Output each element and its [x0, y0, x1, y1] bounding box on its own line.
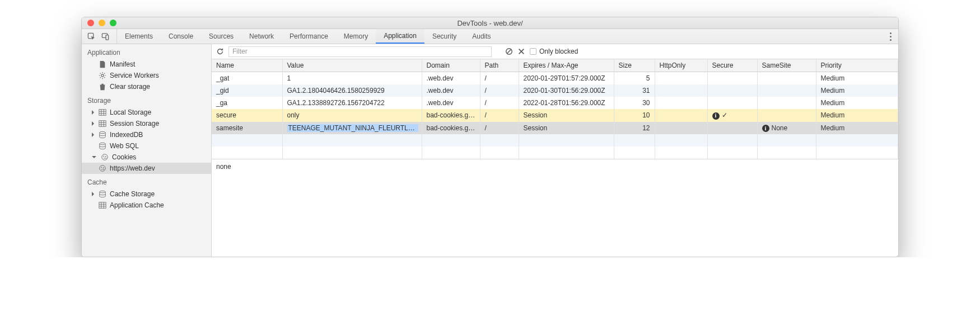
table-cell[interactable]: Session: [519, 109, 614, 122]
table-cell[interactable]: [707, 84, 757, 97]
table-row[interactable]: _gaGA1.2.1338892726.1567204722.web.dev/2…: [212, 97, 898, 109]
table-cell[interactable]: 30: [614, 97, 655, 109]
col-expires[interactable]: Expires / Max-Age: [519, 59, 614, 72]
table-cell[interactable]: 5: [614, 72, 655, 85]
table-cell[interactable]: secure: [212, 109, 282, 122]
table-cell[interactable]: iNone: [757, 122, 816, 135]
cookies-table[interactable]: Name Value Domain Path Expires / Max-Age…: [212, 59, 898, 159]
tab-network[interactable]: Network: [241, 29, 282, 44]
tab-memory[interactable]: Memory: [336, 29, 376, 44]
tab-audits[interactable]: Audits: [464, 29, 498, 44]
col-value[interactable]: Value: [282, 59, 422, 72]
tab-elements[interactable]: Elements: [117, 29, 161, 44]
table-cell[interactable]: bad-cookies.g…: [422, 122, 480, 135]
table-cell[interactable]: [655, 84, 707, 97]
col-path[interactable]: Path: [480, 59, 519, 72]
table-cell[interactable]: samesite: [212, 122, 282, 135]
table-cell[interactable]: /: [480, 72, 519, 85]
table-cell[interactable]: GA1.2.1804046426.1580259929: [282, 84, 422, 97]
svg-point-13: [100, 166, 106, 172]
table-cell[interactable]: bad-cookies.g…: [422, 109, 480, 122]
tab-application[interactable]: Application: [376, 29, 424, 44]
table-cell[interactable]: Medium: [816, 109, 898, 122]
device-toolbar-icon[interactable]: [101, 32, 110, 41]
col-httponly[interactable]: HttpOnly: [655, 59, 707, 72]
table-cell[interactable]: .web.dev: [422, 97, 480, 109]
only-blocked-checkbox[interactable]: [530, 48, 536, 55]
table-cell[interactable]: [655, 97, 707, 109]
table-cell[interactable]: [655, 122, 707, 135]
table-cell[interactable]: [707, 72, 757, 85]
table-cell[interactable]: _gid: [212, 84, 282, 97]
col-samesite[interactable]: SameSite: [757, 59, 816, 72]
table-cell[interactable]: [757, 97, 816, 109]
more-icon[interactable]: [888, 29, 894, 44]
tab-console[interactable]: Console: [161, 29, 201, 44]
table-cell[interactable]: /: [480, 97, 519, 109]
table-cell[interactable]: 2020-01-30T01:56:29.000Z: [519, 84, 614, 97]
table-cell[interactable]: _ga: [212, 97, 282, 109]
table-cell[interactable]: .web.dev: [422, 72, 480, 85]
sidebar-item-local-storage[interactable]: Local Storage: [82, 107, 211, 118]
table-cell[interactable]: 1: [282, 72, 422, 85]
table-cell[interactable]: Medium: [816, 72, 898, 85]
table-cell[interactable]: GA1.2.1338892726.1567204722: [282, 97, 422, 109]
col-domain[interactable]: Domain: [422, 59, 480, 72]
table-row[interactable]: _gat1.web.dev/2020-01-29T01:57:29.000Z5M…: [212, 72, 898, 85]
table-cell[interactable]: 31: [614, 84, 655, 97]
table-cell[interactable]: [757, 109, 816, 122]
sidebar-item-websql[interactable]: Web SQL: [82, 140, 211, 152]
table-cell[interactable]: /: [480, 84, 519, 97]
table-cell[interactable]: 10: [614, 109, 655, 122]
sidebar-item-indexeddb[interactable]: IndexedDB: [82, 129, 211, 140]
sidebar-item-cache-storage[interactable]: Cache Storage: [82, 188, 211, 200]
close-button[interactable]: [87, 20, 94, 26]
col-size[interactable]: Size: [614, 59, 655, 72]
table-cell[interactable]: [707, 122, 757, 135]
sidebar-item-cookies[interactable]: Cookies: [82, 152, 211, 163]
delete-icon[interactable]: [517, 48, 525, 55]
table-cell[interactable]: i✓: [707, 109, 757, 122]
table-header-row[interactable]: Name Value Domain Path Expires / Max-Age…: [212, 59, 898, 72]
table-cell[interactable]: /: [480, 122, 519, 135]
table-cell[interactable]: _gat: [212, 72, 282, 85]
tab-performance[interactable]: Performance: [282, 29, 336, 44]
zoom-button[interactable]: [110, 20, 116, 26]
filter-input[interactable]: [228, 46, 492, 57]
tab-sources[interactable]: Sources: [201, 29, 241, 44]
table-cell[interactable]: Medium: [816, 122, 898, 135]
col-secure[interactable]: Secure: [707, 59, 757, 72]
table-row[interactable]: samesiteTEENAGE_MUTANT_NINJA_FLEURTLESba…: [212, 122, 898, 135]
tab-security[interactable]: Security: [424, 29, 464, 44]
table-cell[interactable]: [707, 97, 757, 109]
table-row[interactable]: secureonlybad-cookies.g…/Session10i✓Medi…: [212, 109, 898, 122]
sidebar-item-service-workers[interactable]: Service Workers: [82, 70, 211, 81]
sidebar-item-session-storage[interactable]: Session Storage: [82, 118, 211, 129]
table-cell[interactable]: 12: [614, 122, 655, 135]
table-cell[interactable]: Medium: [816, 97, 898, 109]
table-cell[interactable]: only: [282, 109, 422, 122]
sidebar-item-clear-storage[interactable]: Clear storage: [82, 81, 211, 92]
refresh-icon[interactable]: [216, 48, 224, 55]
table-cell[interactable]: Session: [519, 122, 614, 135]
col-name[interactable]: Name: [212, 59, 282, 72]
table-cell[interactable]: Medium: [816, 84, 898, 97]
table-cell[interactable]: /: [480, 109, 519, 122]
table-row[interactable]: _gidGA1.2.1804046426.1580259929.web.dev/…: [212, 84, 898, 97]
sidebar-item-application-cache[interactable]: Application Cache: [82, 200, 211, 211]
sidebar-item-cookies-origin[interactable]: https://web.dev: [82, 163, 211, 174]
clear-all-icon[interactable]: [505, 48, 513, 55]
table-cell[interactable]: [757, 72, 816, 85]
minimize-button[interactable]: [99, 20, 105, 26]
table-cell[interactable]: [757, 84, 816, 97]
table-cell[interactable]: .web.dev: [422, 84, 480, 97]
table-cell[interactable]: 2020-01-29T01:57:29.000Z: [519, 72, 614, 85]
sidebar-item-manifest[interactable]: Manifest: [82, 59, 211, 70]
svg-point-7: [100, 143, 106, 145]
table-cell[interactable]: [655, 72, 707, 85]
col-priority[interactable]: Priority: [816, 59, 898, 72]
table-cell[interactable]: TEENAGE_MUTANT_NINJA_FLEURTLES: [282, 122, 422, 135]
table-cell[interactable]: [655, 109, 707, 122]
table-cell[interactable]: 2022-01-28T01:56:29.000Z: [519, 97, 614, 109]
inspect-icon[interactable]: [87, 32, 96, 41]
